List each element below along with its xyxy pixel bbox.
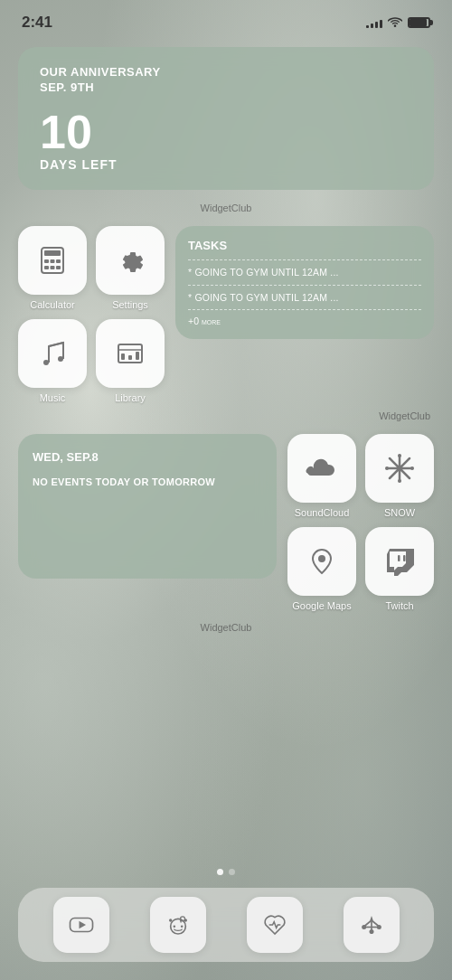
widgetclub-label-1: WidgetClub	[18, 203, 434, 213]
calculator-icon-bg	[18, 226, 87, 295]
svg-rect-5	[44, 266, 49, 269]
svg-rect-4	[56, 259, 61, 263]
svg-point-17	[397, 466, 402, 471]
svg-line-10	[49, 343, 63, 346]
reddit-icon-bg	[150, 897, 206, 953]
apps-grid: Calculator Settings	[18, 226, 165, 403]
svg-point-9	[58, 356, 63, 362]
soundcloud-icon	[306, 452, 338, 485]
music-icon	[36, 337, 69, 370]
svg-point-33	[169, 919, 172, 921]
anniversary-title: Our anniversary	[40, 65, 412, 79]
svg-point-31	[180, 925, 183, 927]
task-item-1: * Going to Gym Until 12am ...	[188, 266, 421, 279]
app-soundcloud-label: SoundCloud	[295, 507, 350, 518]
app-snow-label: SNOW	[384, 507, 415, 518]
anniversary-date: Sep. 9th	[40, 80, 412, 94]
task-divider-3	[188, 309, 421, 310]
task-item-2: * Going to Gym Until 12am ...	[188, 291, 421, 305]
health-icon-bg	[247, 897, 303, 953]
dock-youtube[interactable]	[53, 897, 109, 953]
app-settings-label: Settings	[112, 299, 148, 310]
app-stocks[interactable]: Library	[96, 319, 165, 403]
youtube-icon-bg	[53, 897, 109, 953]
dot-2	[229, 869, 235, 875]
dock-health[interactable]	[247, 897, 303, 953]
page-dots	[0, 862, 452, 882]
days-label: Days Left	[40, 157, 412, 172]
maps-icon-bg	[287, 527, 356, 596]
anniversary-days: 10 Days Left	[40, 108, 412, 172]
calendar-apps-row: Wed, Sep.8 No events today or tomorrow	[18, 434, 434, 611]
svg-point-40	[376, 925, 381, 929]
twitch-icon	[383, 545, 416, 578]
svg-point-16	[306, 469, 311, 474]
soundcloud-icon-bg	[287, 434, 356, 503]
calendar-events: No events today or tomorrow	[33, 475, 262, 490]
svg-rect-1	[44, 250, 61, 256]
appstore-icon	[358, 911, 385, 938]
apps-right-grid: SoundCloud	[287, 434, 434, 611]
days-number: 10	[40, 108, 412, 155]
svg-marker-26	[79, 921, 86, 928]
app-maps-label: Google Maps	[292, 600, 351, 611]
anniversary-widget[interactable]: Our anniversary Sep. 9th 10 Days Left	[18, 47, 434, 190]
music-icon-bg	[18, 319, 87, 388]
dock-appstore[interactable]	[344, 897, 400, 953]
svg-rect-15	[136, 352, 139, 360]
app-settings[interactable]: Settings	[96, 226, 165, 310]
svg-point-21	[410, 466, 414, 470]
apps-tasks-row: Calculator Settings	[18, 226, 434, 403]
settings-icon	[114, 244, 146, 277]
svg-line-29	[180, 920, 181, 923]
task-divider-1	[188, 259, 421, 260]
main-content: Our anniversary Sep. 9th 10 Days Left Wi…	[0, 40, 452, 862]
battery-icon	[408, 17, 430, 28]
maps-icon	[306, 545, 338, 578]
stocks-icon	[114, 337, 146, 370]
svg-rect-6	[51, 266, 55, 269]
svg-point-8	[43, 360, 49, 365]
app-calculator[interactable]: Calculator	[18, 226, 87, 310]
calculator-icon	[36, 244, 69, 277]
wifi-icon	[388, 16, 402, 30]
calendar-widget[interactable]: Wed, Sep.8 No events today or tomorrow	[18, 434, 277, 579]
svg-rect-13	[121, 353, 125, 360]
appstore-icon-bg	[344, 897, 400, 953]
snow-icon-bg	[365, 434, 434, 503]
task-more: +0 more	[188, 316, 421, 326]
status-icons	[366, 16, 430, 30]
signal-icon	[366, 17, 382, 28]
app-music[interactable]: Music	[18, 319, 87, 403]
svg-rect-3	[51, 259, 55, 263]
health-icon	[261, 911, 288, 938]
youtube-icon	[68, 911, 95, 938]
task-divider-2	[188, 285, 421, 286]
tasks-widget[interactable]: Tasks * Going to Gym Until 12am ... * Go…	[175, 226, 434, 339]
app-music-label: Music	[40, 392, 66, 403]
svg-rect-24	[403, 555, 406, 561]
dot-1	[217, 869, 223, 875]
widgetclub-label-bottom: WidgetClub	[18, 622, 434, 633]
dock-reddit[interactable]	[150, 897, 206, 953]
app-twitch[interactable]: Twitch	[365, 527, 434, 611]
twitch-icon-bg	[365, 527, 434, 596]
app-soundcloud[interactable]: SoundCloud	[287, 434, 356, 518]
tasks-title: Tasks	[188, 239, 421, 252]
svg-point-39	[362, 925, 366, 929]
snow-icon	[383, 452, 416, 485]
app-maps[interactable]: Google Maps	[287, 527, 356, 611]
svg-rect-7	[56, 266, 61, 269]
widgetclub-label-2: WidgetClub	[379, 410, 430, 421]
calendar-day: Wed, Sep.8	[33, 450, 262, 464]
svg-rect-14	[128, 355, 132, 360]
stocks-icon-bg	[96, 319, 165, 388]
app-snow[interactable]: SNOW	[365, 434, 434, 518]
app-twitch-label: Twitch	[385, 600, 413, 611]
svg-point-20	[385, 466, 389, 470]
status-time: 2:41	[22, 14, 52, 32]
svg-point-38	[369, 929, 373, 934]
svg-point-30	[173, 925, 175, 927]
svg-rect-2	[44, 259, 49, 263]
svg-point-32	[184, 919, 186, 921]
